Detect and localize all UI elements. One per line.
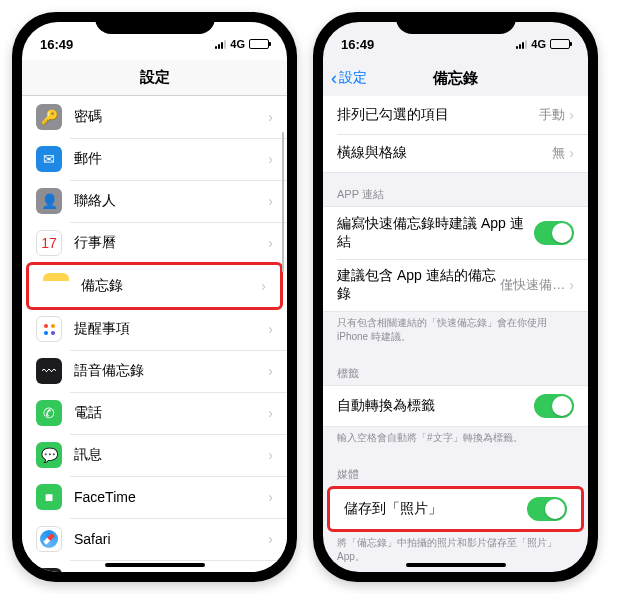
row-label: 提醒事項 — [74, 320, 268, 338]
scrollbar[interactable] — [282, 132, 284, 272]
chevron-right-icon: › — [268, 109, 273, 125]
save-photos-label: 儲存到「照片」 — [344, 500, 527, 518]
status-right: 4G — [215, 38, 269, 50]
phone-left: 16:49 4G 設定 🔑密碼›✉郵件›👤聯絡人›17行事曆›備忘錄›提醒事項›… — [12, 12, 297, 582]
settings-row-password[interactable]: 🔑密碼› — [22, 96, 287, 138]
auto-tags-label: 自動轉換為標籤 — [337, 397, 534, 415]
settings-row-voicememo[interactable]: 〰語音備忘錄› — [22, 350, 287, 392]
notch — [95, 12, 215, 34]
section-app-links: APP 連結 — [323, 173, 588, 206]
chevron-right-icon: › — [268, 321, 273, 337]
toggle-app-suggest[interactable] — [534, 221, 574, 245]
toggle-save-photos[interactable] — [527, 497, 567, 521]
nav-bar: 設定 — [22, 60, 287, 96]
row-label: 訊息 — [74, 446, 268, 464]
settings-row-safari[interactable]: Safari› — [22, 518, 287, 560]
row-label: 備忘錄 — [81, 277, 261, 295]
lines-value: 無 — [552, 144, 565, 162]
tags-footer: 輸入空格會自動將「#文字」轉換為標籤。 — [323, 427, 588, 453]
stocks-icon: 📈 — [36, 568, 62, 572]
settings-row-mail[interactable]: ✉郵件› — [22, 138, 287, 180]
settings-row-notes[interactable]: 備忘錄› — [26, 262, 283, 310]
notch — [396, 12, 516, 34]
facetime-icon: ■ — [36, 484, 62, 510]
home-indicator[interactable] — [105, 563, 205, 567]
messages-icon: 💬 — [36, 442, 62, 468]
settings-row-messages[interactable]: 💬訊息› — [22, 434, 287, 476]
reminders-icon — [36, 316, 62, 342]
chevron-left-icon: ‹ — [331, 68, 337, 89]
nav-bar: ‹ 設定 備忘錄 — [323, 60, 588, 96]
row-label: 郵件 — [74, 150, 268, 168]
settings-row-calendar[interactable]: 17行事曆› — [22, 222, 287, 264]
row-label: 電話 — [74, 404, 268, 422]
chevron-right-icon: › — [268, 193, 273, 209]
mail-icon: ✉ — [36, 146, 62, 172]
nav-title: 設定 — [140, 68, 170, 87]
safari-icon — [36, 526, 62, 552]
status-net: 4G — [230, 38, 245, 50]
phone-right: 16:49 4G ‹ 設定 備忘錄 排列已勾選的項目 手動 › — [313, 12, 598, 582]
row-save-photos[interactable]: 儲存到「照片」 — [330, 489, 581, 529]
settings-list[interactable]: 🔑密碼›✉郵件›👤聯絡人›17行事曆›備忘錄›提醒事項›〰語音備忘錄›✆電話›💬… — [22, 96, 287, 572]
row-label: 聯絡人 — [74, 192, 268, 210]
notes-settings[interactable]: 排列已勾選的項目 手動 › 橫線與格線 無 › APP 連結 編寫快速備忘錄時建… — [323, 96, 588, 572]
row-create-app[interactable]: 建議包含 App 連結的備忘錄 僅快速備… › — [323, 259, 588, 311]
battery-icon — [550, 39, 570, 49]
chevron-right-icon: › — [268, 531, 273, 547]
row-sort[interactable]: 排列已勾選的項目 手動 › — [323, 96, 588, 134]
password-icon: 🔑 — [36, 104, 62, 130]
chevron-right-icon: › — [268, 235, 273, 251]
screen-right: 16:49 4G ‹ 設定 備忘錄 排列已勾選的項目 手動 › — [323, 22, 588, 572]
section-tags: 標籤 — [323, 352, 588, 385]
sort-label: 排列已勾選的項目 — [337, 106, 539, 124]
settings-row-reminders[interactable]: 提醒事項› — [22, 308, 287, 350]
home-indicator[interactable] — [406, 563, 506, 567]
row-label: 行事曆 — [74, 234, 268, 252]
settings-row-contacts[interactable]: 👤聯絡人› — [22, 180, 287, 222]
row-label: FaceTime — [74, 489, 268, 505]
chevron-right-icon: › — [569, 107, 574, 123]
status-time: 16:49 — [341, 37, 374, 52]
toggle-auto-tags[interactable] — [534, 394, 574, 418]
screen-left: 16:49 4G 設定 🔑密碼›✉郵件›👤聯絡人›17行事曆›備忘錄›提醒事項›… — [22, 22, 287, 572]
row-label: 語音備忘錄 — [74, 362, 268, 380]
row-label: 密碼 — [74, 108, 268, 126]
contacts-icon: 👤 — [36, 188, 62, 214]
row-app-suggest[interactable]: 編寫快速備忘錄時建議 App 連結 — [323, 207, 588, 259]
row-lines[interactable]: 橫線與格線 無 › — [323, 134, 588, 172]
sort-value: 手動 — [539, 106, 565, 124]
chevron-right-icon: › — [268, 405, 273, 421]
chevron-right-icon: › — [268, 489, 273, 505]
back-label: 設定 — [339, 69, 367, 87]
status-net: 4G — [531, 38, 546, 50]
chevron-right-icon: › — [268, 151, 273, 167]
chevron-right-icon: › — [268, 447, 273, 463]
nav-title: 備忘錄 — [433, 69, 478, 88]
settings-row-facetime[interactable]: ■FaceTime› — [22, 476, 287, 518]
section-media: 媒體 — [323, 453, 588, 486]
app-links-footer: 只有包含相關連結的「快速備忘錄」會在你使用 iPhone 時建議。 — [323, 312, 588, 352]
settings-row-phone[interactable]: ✆電話› — [22, 392, 287, 434]
create-app-label: 建議包含 App 連結的備忘錄 — [337, 267, 500, 303]
lines-label: 橫線與格線 — [337, 144, 552, 162]
phone-icon: ✆ — [36, 400, 62, 426]
app-suggest-label: 編寫快速備忘錄時建議 App 連結 — [337, 215, 534, 251]
chevron-right-icon: › — [569, 277, 574, 293]
chevron-right-icon: › — [268, 363, 273, 379]
create-app-value: 僅快速備… — [500, 276, 565, 294]
calendar-icon: 17 — [36, 230, 62, 256]
status-right: 4G — [516, 38, 570, 50]
chevron-right-icon: › — [569, 145, 574, 161]
notes-icon — [43, 273, 69, 299]
voicememo-icon: 〰 — [36, 358, 62, 384]
chevron-right-icon: › — [261, 278, 266, 294]
signal-icon — [215, 40, 226, 49]
status-time: 16:49 — [40, 37, 73, 52]
back-button[interactable]: ‹ 設定 — [331, 68, 367, 89]
signal-icon — [516, 40, 527, 49]
row-auto-tags[interactable]: 自動轉換為標籤 — [323, 386, 588, 426]
battery-icon — [249, 39, 269, 49]
row-label: Safari — [74, 531, 268, 547]
